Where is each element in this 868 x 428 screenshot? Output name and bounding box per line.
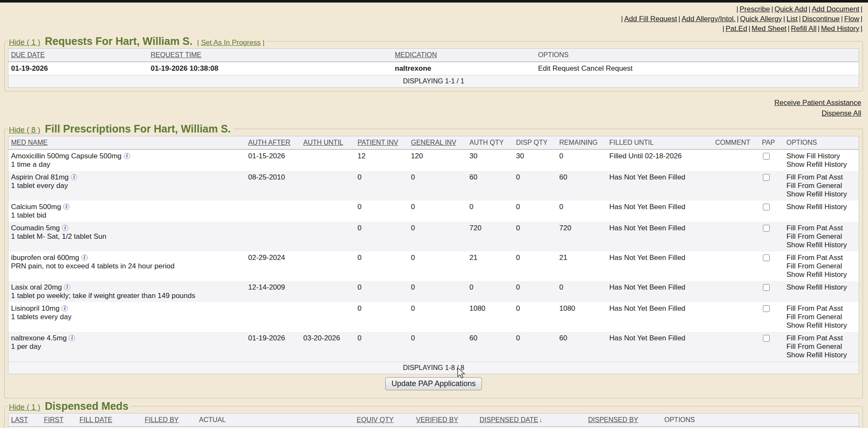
patient-inv-cell: 0	[355, 302, 409, 332]
info-icon[interactable]: i	[62, 225, 68, 231]
fill-from-pat-asst-link[interactable]: Fill From Pat Asst	[787, 173, 857, 182]
nav-quick-allergy-link[interactable]: Quick Allergy	[740, 15, 782, 23]
nav-pat-ed-link[interactable]: Pat.Ed	[726, 25, 747, 33]
auth-until-cell	[301, 171, 355, 201]
fill-from-general-link[interactable]: Fill From General	[787, 182, 857, 190]
disp-qty-cell: 0	[514, 302, 557, 332]
dispensed-date-header[interactable]: DISPENSED DATE↓	[477, 414, 586, 427]
options-header: OPTIONS	[536, 49, 859, 62]
fill-from-general-link[interactable]: Fill From General	[787, 342, 857, 351]
fill-from-general-link[interactable]: Fill From General	[787, 262, 857, 271]
fill-date-header[interactable]: FILL DATE	[77, 414, 142, 427]
dispensed-section-title: Dispensed Meds	[42, 400, 128, 412]
nav-refill-all-link[interactable]: Refill All	[791, 25, 816, 33]
fill-from-pat-asst-link[interactable]: Fill From Pat Asst	[787, 334, 857, 342]
med-name-cell: Lisinopril 10mgi 1 tablets every day	[8, 302, 246, 332]
info-icon[interactable]: i	[63, 204, 70, 210]
fill-row: naltrexone 4.5mgi 1 per day 01-19-2026 0…	[8, 332, 859, 362]
fill-from-general-link[interactable]: Fill From General	[787, 232, 857, 241]
info-icon[interactable]: i	[71, 174, 77, 180]
pap-checkbox[interactable]	[763, 225, 770, 232]
verified-by-header[interactable]: VERIFIED BY	[414, 414, 477, 427]
show-refill-history-link[interactable]: Show Refill History	[787, 271, 857, 279]
dispensed-hide-link[interactable]: Hide ( 1 )	[9, 403, 40, 411]
pap-checkbox[interactable]	[763, 254, 770, 261]
nav-add-fill-request-link[interactable]: Add Fill Request	[624, 15, 677, 23]
medication-header[interactable]: MEDICATION	[392, 49, 536, 62]
show-fill-history-link[interactable]: Show Fill History	[787, 152, 857, 160]
pap-checkbox[interactable]	[763, 174, 770, 181]
nav-add-allergy-link[interactable]: Add Allergy/Intol.	[682, 15, 736, 23]
fill-from-pat-asst-link[interactable]: Fill From Pat Asst	[787, 304, 857, 313]
receive-patient-assistance-link[interactable]: Receive Patient Assistance	[774, 97, 861, 108]
top-nav-row-3: |Pat.Ed|Med Sheet|Refill All|Med History…	[0, 24, 864, 33]
patient-inv-header[interactable]: PATIENT INV	[355, 136, 409, 150]
pap-checkbox[interactable]	[763, 284, 770, 291]
remaining-cell: 60	[557, 332, 607, 362]
last-header[interactable]: LAST	[8, 414, 42, 427]
disp-qty-cell: 0	[514, 251, 557, 281]
nav-med-sheet-link[interactable]: Med Sheet	[751, 25, 786, 33]
info-icon[interactable]: i	[81, 254, 88, 261]
auth-after-cell: 12-14-2009	[246, 281, 301, 302]
show-refill-history-link[interactable]: Show Refill History	[787, 241, 857, 249]
info-icon[interactable]: i	[64, 284, 70, 290]
auth-qty-cell: 720	[467, 222, 514, 251]
filled-until-header: FILLED UNTIL	[607, 136, 713, 150]
directions-label: 1 tablet po weekly; take if weight great…	[11, 292, 243, 300]
nav-list-link[interactable]: List	[787, 15, 798, 23]
show-refill-history-link[interactable]: Show Refill History	[787, 321, 857, 330]
fill-hide-link[interactable]: Hide ( 8 )	[9, 126, 40, 134]
due-date-header[interactable]: DUE DATE	[8, 49, 148, 62]
general-inv-header[interactable]: GENERAL INV	[409, 136, 467, 150]
fill-from-pat-asst-link[interactable]: Fill From Pat Asst	[787, 254, 857, 262]
show-refill-history-link[interactable]: Show Refill History	[787, 203, 857, 211]
pap-checkbox[interactable]	[763, 335, 770, 342]
show-refill-history-link[interactable]: Show Refill History	[787, 190, 857, 199]
fill-from-general-link[interactable]: Fill From General	[787, 313, 857, 321]
nav-discontinue-link[interactable]: Discontinue	[802, 15, 840, 23]
pap-header: PAP	[760, 136, 784, 150]
disp-qty-cell: 0	[514, 332, 557, 362]
nav-quick-add-link[interactable]: Quick Add	[774, 5, 807, 13]
info-icon[interactable]: i	[124, 153, 130, 159]
request-time-header[interactable]: REQUEST TIME	[148, 49, 392, 62]
separator: |	[860, 5, 864, 13]
edit-request-link[interactable]: Edit Request	[538, 64, 579, 72]
auth-after-cell: 01-15-2026	[246, 149, 301, 171]
fill-row: ibuprofen oral 600mgi PRN pain, not to e…	[8, 251, 859, 281]
auth-qty-cell: 60	[467, 332, 514, 362]
info-icon[interactable]: i	[61, 305, 68, 312]
nav-med-history-link[interactable]: Med History	[821, 25, 860, 33]
first-header[interactable]: FIRST	[42, 414, 77, 427]
fill-legend: Hide ( 8 ) Fill Prescriptions For Hart, …	[8, 123, 234, 135]
pap-checkbox[interactable]	[763, 305, 770, 312]
show-refill-history-link[interactable]: Show Refill History	[787, 351, 857, 359]
general-inv-cell: 120	[409, 149, 467, 171]
filled-until-cell: Has Not Yet Been Filled	[607, 222, 713, 251]
show-refill-history-link[interactable]: Show Refill History	[787, 283, 857, 292]
nav-flow-link[interactable]: Flow	[844, 15, 860, 23]
med-name-header[interactable]: MED NAME	[8, 136, 246, 150]
auth-until-header[interactable]: AUTH UNTIL	[301, 136, 355, 150]
info-icon[interactable]: i	[69, 335, 75, 341]
general-inv-cell: 0	[409, 281, 467, 302]
auth-after-header[interactable]: AUTH AFTER	[246, 136, 301, 150]
directions-label: 1 per day	[11, 342, 243, 351]
dispense-all-link[interactable]: Dispense All	[821, 108, 861, 119]
nav-add-document-link[interactable]: Add Document	[812, 5, 859, 13]
requests-hide-link[interactable]: Hide ( 1 )	[9, 38, 40, 47]
fill-from-pat-asst-link[interactable]: Fill From Pat Asst	[787, 224, 857, 232]
cancel-request-link[interactable]: Cancel Request	[581, 64, 633, 72]
show-refill-history-link[interactable]: Show Refill History	[787, 160, 857, 169]
nav-prescribe-link[interactable]: Prescribe	[740, 5, 770, 13]
filled-by-header[interactable]: FILLED BY	[142, 414, 197, 427]
pap-checkbox[interactable]	[763, 153, 770, 160]
dispensed-by-header[interactable]: DISPENSED BY	[586, 414, 662, 427]
pap-checkbox[interactable]	[763, 204, 770, 210]
update-pap-applications-button[interactable]: Update PAP Applications	[385, 377, 482, 390]
patient-inv-cell: 0	[355, 222, 409, 251]
pap-cell	[760, 251, 784, 281]
equiv-qty-header[interactable]: EQUIV QTY	[354, 414, 414, 427]
set-as-in-progress-link[interactable]: Set As In Progress	[201, 39, 261, 47]
